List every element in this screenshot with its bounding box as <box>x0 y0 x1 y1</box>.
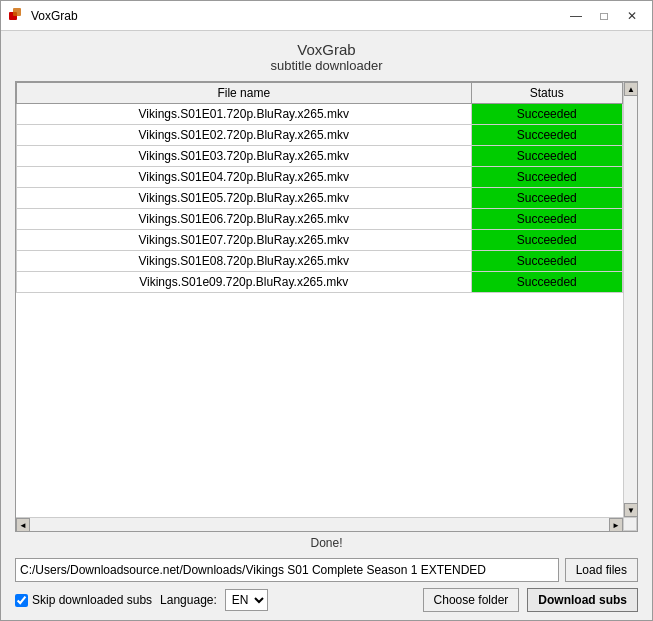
close-button[interactable]: ✕ <box>620 6 644 26</box>
file-table: File name Status Vikings.S01E01.720p.Blu… <box>16 82 623 293</box>
scrollbar-corner <box>623 517 637 531</box>
scroll-left-button[interactable]: ◄ <box>16 518 30 532</box>
table-row: Vikings.S01E01.720p.BluRay.x265.mkvSucce… <box>17 104 623 125</box>
filename-cell: Vikings.S01E01.720p.BluRay.x265.mkv <box>17 104 472 125</box>
table-row: Vikings.S01E06.720p.BluRay.x265.mkvSucce… <box>17 209 623 230</box>
skip-subs-checkbox[interactable] <box>15 594 28 607</box>
status-cell: Succeeded <box>471 167 623 188</box>
status-cell: Succeeded <box>471 209 623 230</box>
table-row: Vikings.S01E04.720p.BluRay.x265.mkvSucce… <box>17 167 623 188</box>
table-body: Vikings.S01E01.720p.BluRay.x265.mkvSucce… <box>17 104 623 293</box>
status-bar: Done! <box>15 532 638 554</box>
status-cell: Succeeded <box>471 146 623 167</box>
filename-cell: Vikings.S01E02.720p.BluRay.x265.mkv <box>17 125 472 146</box>
skip-subs-text: Skip downloaded subs <box>32 593 152 607</box>
status-cell: Succeeded <box>471 188 623 209</box>
table-row: Vikings.S01e09.720p.BluRay.x265.mkvSucce… <box>17 272 623 293</box>
app-title-main: VoxGrab <box>15 41 638 58</box>
filename-cell: Vikings.S01E05.720p.BluRay.x265.mkv <box>17 188 472 209</box>
title-bar-controls: — □ ✕ <box>564 6 644 26</box>
table-row: Vikings.S01E05.720p.BluRay.x265.mkvSucce… <box>17 188 623 209</box>
scroll-track[interactable] <box>624 96 637 503</box>
scroll-down-button[interactable]: ▼ <box>624 503 638 517</box>
h-scroll-track[interactable] <box>30 518 609 531</box>
title-bar-text: VoxGrab <box>31 9 564 23</box>
app-icon <box>9 8 25 24</box>
app-title-sub: subtitle downloader <box>15 58 638 73</box>
skip-subs-label[interactable]: Skip downloaded subs <box>15 593 152 607</box>
scroll-right-button[interactable]: ► <box>609 518 623 532</box>
column-header-status: Status <box>471 83 623 104</box>
filename-cell: Vikings.S01E04.720p.BluRay.x265.mkv <box>17 167 472 188</box>
status-cell: Succeeded <box>471 230 623 251</box>
language-label: Language: <box>160 593 217 607</box>
table-header-row: File name Status <box>17 83 623 104</box>
options-row: Skip downloaded subs Language: EN FR DE … <box>15 588 638 612</box>
main-window: VoxGrab — □ ✕ VoxGrab subtitle downloade… <box>0 0 653 621</box>
path-input[interactable] <box>15 558 559 582</box>
download-subs-button[interactable]: Download subs <box>527 588 638 612</box>
content-area: VoxGrab subtitle downloader File name St… <box>1 31 652 620</box>
title-bar: VoxGrab — □ ✕ <box>1 1 652 31</box>
table-row: Vikings.S01E02.720p.BluRay.x265.mkvSucce… <box>17 125 623 146</box>
table-row: Vikings.S01E07.720p.BluRay.x265.mkvSucce… <box>17 230 623 251</box>
status-cell: Succeeded <box>471 272 623 293</box>
app-title: VoxGrab subtitle downloader <box>15 41 638 73</box>
table-scroll-area[interactable]: File name Status Vikings.S01E01.720p.Blu… <box>16 82 637 531</box>
column-header-filename: File name <box>17 83 472 104</box>
status-cell: Succeeded <box>471 104 623 125</box>
language-select[interactable]: EN FR DE ES NL <box>225 589 268 611</box>
path-row: Load files <box>15 558 638 582</box>
scroll-up-button[interactable]: ▲ <box>624 82 638 96</box>
maximize-button[interactable]: □ <box>592 6 616 26</box>
filename-cell: Vikings.S01E08.720p.BluRay.x265.mkv <box>17 251 472 272</box>
table-row: Vikings.S01E08.720p.BluRay.x265.mkvSucce… <box>17 251 623 272</box>
bottom-controls: Load files Skip downloaded subs Language… <box>15 554 638 612</box>
filename-cell: Vikings.S01E06.720p.BluRay.x265.mkv <box>17 209 472 230</box>
table-row: Vikings.S01E03.720p.BluRay.x265.mkvSucce… <box>17 146 623 167</box>
filename-cell: Vikings.S01E07.720p.BluRay.x265.mkv <box>17 230 472 251</box>
status-cell: Succeeded <box>471 251 623 272</box>
filename-cell: Vikings.S01e09.720p.BluRay.x265.mkv <box>17 272 472 293</box>
status-message: Done! <box>310 536 342 550</box>
vertical-scrollbar[interactable]: ▲ ▼ <box>623 82 637 517</box>
horizontal-scrollbar[interactable]: ◄ ► <box>16 517 623 531</box>
filename-cell: Vikings.S01E03.720p.BluRay.x265.mkv <box>17 146 472 167</box>
file-table-container: File name Status Vikings.S01E01.720p.Blu… <box>15 81 638 532</box>
minimize-button[interactable]: — <box>564 6 588 26</box>
svg-rect-1 <box>13 8 21 16</box>
status-cell: Succeeded <box>471 125 623 146</box>
load-files-button[interactable]: Load files <box>565 558 638 582</box>
choose-folder-button[interactable]: Choose folder <box>423 588 520 612</box>
